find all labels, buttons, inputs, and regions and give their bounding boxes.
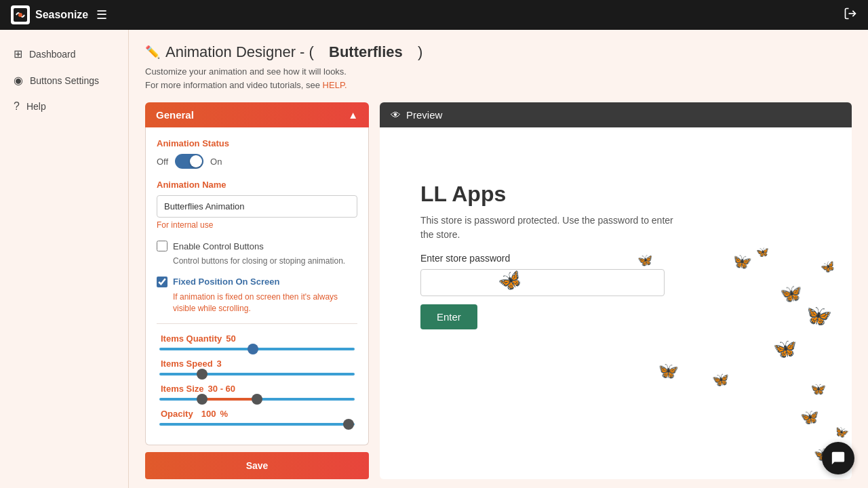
panel-title: General: [156, 109, 194, 121]
page-header: ✏️ Animation Designer - ( Butterflies ) …: [145, 43, 852, 92]
items-quantity-row: Items Quantity50: [157, 333, 357, 350]
preview-body: LL Apps This store is password protected…: [380, 127, 852, 479]
items-size-row: Items Size30 - 60: [157, 384, 357, 401]
butterfly-12: 🦋: [800, 409, 818, 426]
preview-header: 👁 Preview: [380, 102, 852, 127]
buttons-icon: ◉: [14, 74, 23, 87]
butterfly-13: 🦋: [832, 423, 850, 441]
help-icon: ?: [14, 100, 20, 113]
app-name: Seasonize: [35, 9, 88, 21]
panel-body: Animation Status Off On Animation Name F…: [145, 127, 369, 445]
items-speed-track: [159, 373, 355, 375]
sliders-section: Items Quantity50 Items Speed3: [157, 333, 357, 426]
page-subtitle: Customize your animation and see how it …: [145, 65, 852, 92]
animation-name-hint: For internal use: [157, 220, 357, 230]
opacity-row: Opacity100%: [157, 409, 357, 426]
store-enter-button[interactable]: Enter: [420, 304, 477, 329]
help-link[interactable]: HELP.: [323, 80, 347, 90]
fixed-position-row: Fixed Position On Screen: [157, 277, 357, 287]
title-bold: Butterflies: [329, 43, 403, 61]
store-content: LL Apps This store is password protected…: [380, 127, 852, 343]
butterfly-8: 🦋: [712, 371, 729, 388]
toggle-off-label: Off: [157, 157, 168, 167]
opacity-track: [159, 423, 355, 426]
sidebar-label-dashboard: Dashboard: [29, 49, 76, 60]
items-size-track: [159, 398, 355, 401]
two-col-layout: General ▲ Animation Status Off On Animat…: [145, 102, 852, 479]
animation-status-label: Animation Status: [157, 138, 357, 148]
divider: [157, 323, 357, 324]
svg-point-1: [18, 13, 22, 17]
logo-icon: [11, 5, 30, 24]
toggle-on-label: On: [210, 157, 222, 167]
items-speed-thumb[interactable]: [197, 369, 208, 380]
fixed-position-desc: If animation is fixed on screen then it'…: [173, 291, 357, 314]
items-quantity-thumb[interactable]: [248, 344, 258, 354]
butterfly-dragonfly: 🦋: [825, 478, 844, 479]
panel-header: General ▲: [145, 102, 369, 127]
title-prefix: Animation Designer - (: [165, 43, 314, 61]
sidebar-label-help: Help: [26, 101, 46, 112]
eye-icon: 👁: [391, 109, 401, 121]
items-quantity-track: [159, 348, 355, 350]
sidebar-label-buttons: Buttons Settings: [30, 75, 99, 86]
dashboard-icon: ⊞: [14, 47, 22, 60]
items-size-thumb-min[interactable]: [197, 394, 208, 405]
toggle-thumb: [190, 155, 202, 167]
sidebar-item-dashboard[interactable]: ⊞ Dashboard: [0, 41, 128, 67]
enable-control-desc: Control buttons for closing or stoping a…: [173, 256, 357, 267]
butterfly-7: 🦋: [656, 359, 680, 383]
store-title: LL Apps: [420, 182, 811, 207]
sidebar-item-buttons-settings[interactable]: ◉ Buttons Settings: [0, 67, 128, 94]
title-suffix: ): [418, 43, 422, 61]
butterfly-11: 🦋: [809, 380, 826, 397]
topbar: Seasonize ☰: [0, 0, 868, 30]
fixed-position-checkbox[interactable]: [157, 277, 167, 287]
opacity-label: Opacity100%: [157, 409, 357, 419]
items-speed-label: Items Speed3: [157, 359, 357, 369]
page-title: ✏️ Animation Designer - ( Butterflies ): [145, 43, 852, 61]
fixed-position-label: Fixed Position On Screen: [173, 277, 279, 287]
pencil-icon: ✏️: [145, 45, 160, 60]
sidebar-item-help[interactable]: ? Help: [0, 94, 128, 119]
save-button[interactable]: Save: [145, 452, 369, 479]
opacity-thumb[interactable]: [343, 419, 354, 430]
enable-control-label: Enable Control Buttons: [173, 241, 264, 251]
items-speed-row: Items Speed3: [157, 359, 357, 375]
enable-control-row: Enable Control Buttons: [157, 241, 357, 251]
chat-bubble[interactable]: [822, 442, 854, 474]
save-bar: Save: [145, 452, 369, 479]
preview-label: Preview: [406, 109, 442, 121]
store-input-label: Enter store password: [420, 253, 811, 264]
exit-button[interactable]: [844, 7, 857, 24]
content-area: ✏️ Animation Designer - ( Butterflies ) …: [129, 30, 868, 488]
items-size-thumb-max[interactable]: [252, 394, 262, 405]
enable-control-checkbox[interactable]: [157, 241, 167, 251]
animation-name-input[interactable]: [157, 195, 357, 218]
animation-toggle[interactable]: [175, 154, 203, 169]
toggle-row: Off On: [157, 154, 357, 169]
animation-name-label: Animation Name: [157, 180, 357, 190]
store-password-input[interactable]: [420, 269, 665, 296]
logo: Seasonize: [11, 5, 88, 24]
store-desc: This store is password protected. Use th…: [420, 214, 678, 242]
general-panel: General ▲ Animation Status Off On Animat…: [145, 102, 369, 479]
collapse-icon[interactable]: ▲: [348, 109, 358, 121]
menu-icon[interactable]: ☰: [96, 7, 107, 22]
items-size-label: Items Size30 - 60: [157, 384, 357, 394]
items-quantity-label: Items Quantity50: [157, 333, 357, 344]
topbar-left: Seasonize ☰: [11, 5, 107, 24]
preview-panel: 👁 Preview LL Apps This store is password…: [380, 102, 852, 479]
main-layout: ⊞ Dashboard ◉ Buttons Settings ? Help ✏️…: [0, 30, 868, 488]
sidebar: ⊞ Dashboard ◉ Buttons Settings ? Help: [0, 30, 129, 488]
